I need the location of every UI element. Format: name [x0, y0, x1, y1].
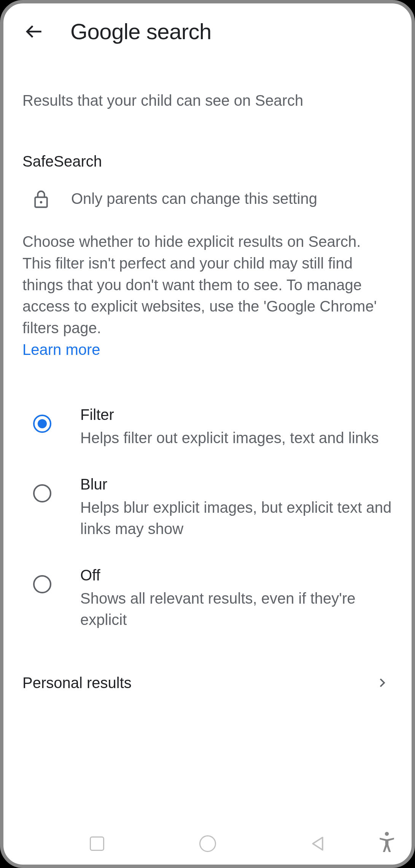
radio-text: Off Shows all relevant results, even if …: [80, 567, 393, 630]
circle-icon: [199, 835, 216, 852]
home-button[interactable]: [198, 834, 217, 853]
radio-description: Helps filter out explicit images, text a…: [80, 427, 393, 448]
content-area: Results that your child can see on Searc…: [3, 56, 412, 823]
arrow-left-icon: [25, 22, 44, 41]
app-header: Google search: [3, 3, 412, 56]
safesearch-option-off[interactable]: Off Shows all relevant results, even if …: [22, 553, 393, 644]
radio-title: Blur: [80, 476, 393, 493]
accessibility-icon: [377, 831, 396, 854]
svg-marker-3: [313, 838, 323, 850]
page-subtitle: Results that your child can see on Searc…: [22, 90, 393, 111]
recent-apps-button[interactable]: [87, 834, 107, 853]
radio-text: Blur Helps blur explicit images, but exp…: [80, 476, 393, 539]
square-icon: [90, 836, 104, 851]
safesearch-option-blur[interactable]: Blur Helps blur explicit images, but exp…: [22, 462, 393, 553]
personal-results-label: Personal results: [22, 674, 132, 692]
triangle-left-icon: [310, 835, 327, 852]
accessibility-button[interactable]: [377, 831, 396, 854]
radio-icon: [33, 575, 51, 593]
safesearch-heading: SafeSearch: [22, 153, 393, 170]
lock-icon: [33, 189, 49, 208]
learn-more-link[interactable]: Learn more: [22, 341, 100, 358]
back-nav-button[interactable]: [309, 834, 328, 853]
radio-icon: [33, 415, 51, 433]
radio-text: Filter Helps filter out explicit images,…: [80, 406, 393, 448]
radio-title: Filter: [80, 406, 393, 423]
radio-icon: [33, 484, 51, 502]
page-title: Google search: [70, 19, 211, 44]
svg-point-4: [385, 832, 389, 836]
safesearch-option-filter[interactable]: Filter Helps filter out explicit images,…: [22, 393, 393, 462]
chevron-right-icon: [377, 677, 388, 688]
radio-description: Shows all relevant results, even if they…: [80, 588, 393, 630]
safesearch-description: Choose whether to hide explicit results …: [22, 231, 393, 339]
radio-description: Helps blur explicit images, but explicit…: [80, 497, 393, 539]
device-frame: Google search Results that your child ca…: [0, 0, 415, 868]
svg-point-2: [40, 201, 42, 203]
lock-notice-text: Only parents can change this setting: [71, 190, 317, 207]
personal-results-row[interactable]: Personal results: [22, 655, 393, 703]
lock-notice: Only parents can change this setting: [22, 189, 393, 208]
back-button[interactable]: [25, 22, 44, 41]
system-nav-bar: [3, 823, 412, 865]
radio-title: Off: [80, 567, 393, 584]
